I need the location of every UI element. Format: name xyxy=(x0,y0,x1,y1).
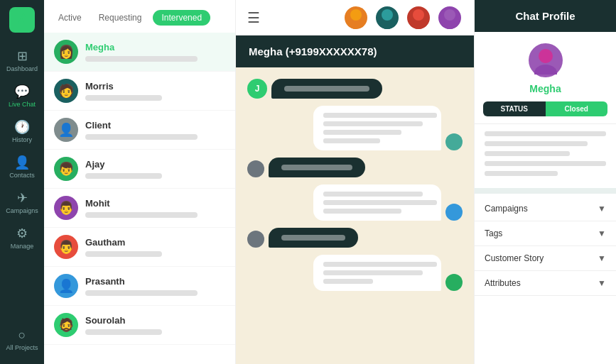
sidebar-item-history[interactable]: 🕐 History xyxy=(0,114,44,149)
avatar: 👤 xyxy=(54,274,78,298)
svg-point-2 xyxy=(382,9,393,21)
sidebar-logo xyxy=(9,7,35,33)
message-lines xyxy=(323,192,431,214)
contact-name: Megha xyxy=(85,42,225,53)
top-bar: ☰ xyxy=(236,0,474,35)
accordion-campaigns-label: Campaigns xyxy=(485,204,528,214)
info-line xyxy=(485,131,606,136)
chevron-down-icon: ▼ xyxy=(598,228,606,238)
msg-line xyxy=(323,270,423,275)
sidebar-item-campaigns[interactable]: ✈ Campaigns xyxy=(0,184,44,220)
list-item[interactable]: 🧑 Morris xyxy=(44,72,235,111)
message-row: J xyxy=(247,79,382,99)
divider xyxy=(475,188,616,194)
status-row: STATUS Closed xyxy=(483,101,607,116)
chat-preview xyxy=(85,95,162,101)
profile-name: Megha xyxy=(529,83,561,94)
sidebar-item-manage[interactable]: ⚙ Manage xyxy=(0,220,44,255)
chat-info: Morris xyxy=(85,81,225,101)
chat-info: Megha xyxy=(85,42,225,62)
message-lines xyxy=(323,262,431,284)
svg-point-5 xyxy=(410,21,427,29)
sidebar-item-contacts[interactable]: 👤 Contacts xyxy=(0,149,44,184)
svg-point-3 xyxy=(379,21,396,29)
chat-info: Client xyxy=(85,120,225,140)
contact-name: Gautham xyxy=(85,237,225,248)
avatar: 👤 xyxy=(54,118,78,142)
msg-line xyxy=(323,130,401,135)
message-bubble-dark xyxy=(271,79,382,99)
chat-info: Mohit xyxy=(85,198,225,218)
avatar: 🧔 xyxy=(54,313,78,337)
list-item[interactable]: 👨 Gautham xyxy=(44,228,235,267)
chat-header: Megha (+9199XXXXXX78) xyxy=(236,35,474,67)
accordion-attributes-label: Attributes xyxy=(485,278,521,288)
sender-avatar-2 xyxy=(247,160,264,177)
sidebar-item-all-projects[interactable]: ○ All Projects xyxy=(0,322,44,357)
manage-icon: ⚙ xyxy=(16,226,28,241)
msg-line xyxy=(323,192,423,197)
top-avatar-1 xyxy=(343,5,369,31)
chat-preview xyxy=(85,251,162,257)
chat-info: Gautham xyxy=(85,237,225,257)
chat-messages: J xyxy=(236,67,474,364)
top-avatar-4 xyxy=(437,5,463,31)
list-item[interactable]: 👩 Megha xyxy=(44,33,235,72)
list-item[interactable]: 👦 Ajay xyxy=(44,150,235,189)
chat-preview xyxy=(85,212,198,218)
avatar: 👨 xyxy=(54,196,78,220)
right-panel: Chat Profile Megha STATUS Closed Campaig… xyxy=(474,0,616,364)
accordion-customer-story-label: Customer Story xyxy=(485,253,544,263)
list-item[interactable]: 👤 Client xyxy=(44,111,235,150)
avatar: 👦 xyxy=(54,157,78,181)
msg-line xyxy=(323,113,437,118)
tab-requesting[interactable]: Requesting xyxy=(93,10,148,26)
chat-title: Megha (+9199XXXXXX78) xyxy=(249,45,377,57)
svg-point-0 xyxy=(350,9,362,21)
chevron-down-icon: ▼ xyxy=(598,204,606,214)
svg-point-1 xyxy=(347,21,364,29)
accordion-tags: Tags ▼ xyxy=(475,221,616,246)
sidebar-item-dashboard[interactable]: ⊞ Dashboard xyxy=(0,43,44,78)
contact-name: Client xyxy=(85,120,225,131)
msg-line xyxy=(323,138,380,143)
history-icon: 🕐 xyxy=(14,119,30,135)
receiver-avatar-2 xyxy=(445,204,463,221)
status-closed[interactable]: Closed xyxy=(546,101,608,116)
message-row xyxy=(313,184,463,221)
sidebar-item-live-chat[interactable]: 💬 Live Chat xyxy=(0,78,44,114)
message-lines xyxy=(323,113,431,143)
info-line xyxy=(485,161,606,166)
accordion-campaigns-header[interactable]: Campaigns ▼ xyxy=(475,197,616,221)
chat-preview xyxy=(85,290,198,296)
list-item[interactable]: 🧔 Sourolah xyxy=(44,306,235,345)
tab-active[interactable]: Active xyxy=(53,10,87,26)
sidebar: ⊞ Dashboard 💬 Live Chat 🕐 History 👤 Cont… xyxy=(0,0,44,364)
dashboard-icon: ⊞ xyxy=(17,48,28,64)
campaigns-icon: ✈ xyxy=(17,190,28,206)
message-row xyxy=(313,255,463,291)
list-item[interactable]: 👨 Mohit xyxy=(44,189,235,228)
chat-info: Sourolah xyxy=(85,315,225,335)
msg-line xyxy=(323,209,401,214)
tab-intervened[interactable]: Intervened xyxy=(153,10,210,26)
profile-avatar xyxy=(529,43,563,77)
accordion-customer-story-header[interactable]: Customer Story ▼ xyxy=(475,246,616,270)
chevron-down-icon: ▼ xyxy=(598,253,606,263)
accordion-customer-story: Customer Story ▼ xyxy=(475,246,616,271)
live-chat-icon: 💬 xyxy=(14,84,30,99)
accordion-attributes-header[interactable]: Attributes ▼ xyxy=(475,271,616,295)
list-item[interactable]: 👤 Prasanth xyxy=(44,267,235,306)
accordion-tags-header[interactable]: Tags ▼ xyxy=(475,221,616,246)
sidebar-item-label: Dashboard xyxy=(6,65,38,72)
hamburger-icon[interactable]: ☰ xyxy=(247,9,260,26)
profile-info xyxy=(475,124,616,188)
contact-name: Sourolah xyxy=(85,315,225,326)
message-bubble-light xyxy=(313,184,441,221)
msg-line xyxy=(323,121,423,126)
sidebar-item-label: All Projects xyxy=(6,344,38,351)
msg-line xyxy=(323,200,437,205)
avatar: 👩 xyxy=(54,40,78,64)
top-avatar-3 xyxy=(406,5,431,31)
message-bubble-dark xyxy=(269,158,365,177)
